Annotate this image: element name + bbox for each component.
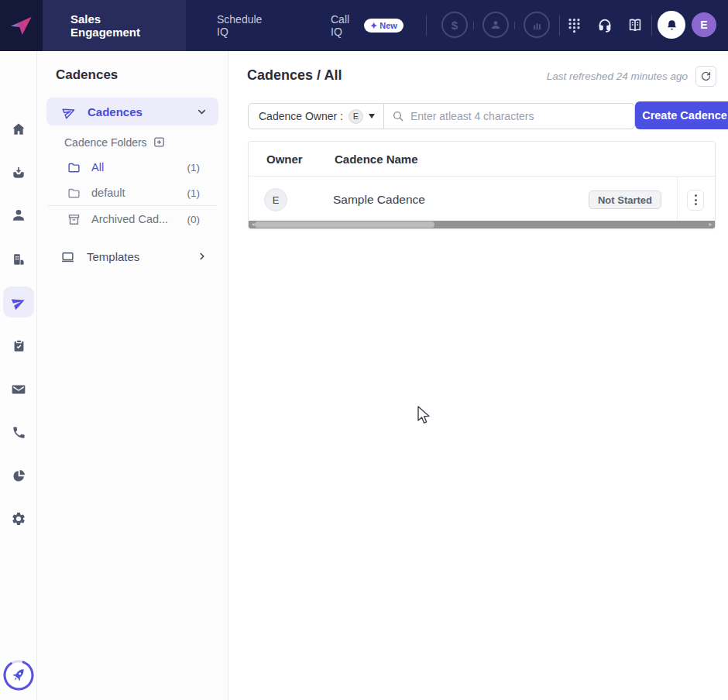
chevron-right-icon bbox=[197, 251, 208, 262]
topbar-mini-divider bbox=[473, 22, 474, 29]
chevron-down-icon bbox=[196, 106, 208, 118]
owner-filter-label: Cadence Owner : bbox=[259, 110, 343, 122]
sidebar-heading: Cadences bbox=[56, 67, 118, 83]
sidebar-item-label: Cadences bbox=[88, 105, 185, 118]
sidebar-separator bbox=[48, 205, 217, 206]
icon-rail: 14 200 bbox=[0, 51, 37, 700]
app-title: Sales Engagement bbox=[70, 12, 156, 39]
notifications-bell-icon[interactable] bbox=[658, 11, 685, 39]
sidebar-item-templates[interactable]: Templates bbox=[46, 242, 218, 270]
row-cadence-name[interactable]: Sample Cadence bbox=[333, 193, 589, 207]
paper-plane-icon bbox=[62, 105, 77, 119]
sidebar-item-cadences[interactable]: Cadences bbox=[46, 98, 218, 125]
table-header: Owner Cadence Name bbox=[249, 142, 715, 177]
folder-count: (1) bbox=[187, 162, 201, 173]
archive-icon bbox=[67, 213, 81, 226]
rail-email-icon[interactable] bbox=[3, 374, 34, 405]
scroll-right-arrow-icon[interactable]: ► bbox=[708, 221, 713, 227]
contacts-icon[interactable] bbox=[482, 12, 509, 38]
app-tab-sales-engagement[interactable]: Sales Engagement bbox=[43, 0, 186, 51]
breadcrumb: Cadences / All bbox=[247, 67, 342, 84]
templates-icon bbox=[60, 249, 75, 264]
last-refreshed-text: Last refreshed 24 minutes ago bbox=[547, 70, 688, 82]
folder-label: Archived Cad... bbox=[91, 213, 177, 225]
rail-reports-icon[interactable] bbox=[3, 460, 34, 491]
templates-label: Templates bbox=[87, 250, 185, 263]
topbar-mini-divider bbox=[514, 22, 515, 29]
search-icon bbox=[392, 110, 404, 122]
rail-settings-gear-icon[interactable] bbox=[3, 503, 34, 534]
cadences-table: Owner Cadence Name E Sample Cadence Not … bbox=[248, 141, 716, 229]
dialpad-icon[interactable] bbox=[563, 15, 585, 36]
folder-label: All bbox=[91, 161, 177, 173]
knowledge-base-icon[interactable] bbox=[624, 15, 646, 36]
cadence-search bbox=[384, 103, 635, 129]
cadence-folders-heading: Cadence Folders bbox=[64, 136, 166, 149]
dollar-glyph: $ bbox=[452, 19, 458, 32]
folder-label: default bbox=[91, 187, 177, 199]
onboarding-rocket-icon[interactable] bbox=[2, 659, 35, 691]
headset-support-icon[interactable] bbox=[594, 15, 616, 36]
sparkle-icon: ✦ bbox=[370, 21, 377, 31]
refresh-icon bbox=[700, 70, 712, 82]
rail-tasks-icon[interactable] bbox=[3, 330, 34, 361]
rail-inbox-icon[interactable] bbox=[3, 157, 34, 188]
owner-filter-avatar: E bbox=[349, 109, 363, 124]
rail-cadences-icon[interactable] bbox=[3, 287, 34, 317]
horizontal-scrollbar[interactable]: ◄ ► bbox=[249, 221, 715, 228]
folder-item-archived[interactable]: Archived Cad... (0) bbox=[46, 207, 218, 232]
analytics-icon[interactable] bbox=[524, 12, 550, 38]
folder-icon bbox=[67, 161, 81, 174]
sidebar: Cadences Cadences Cadence Folders All (1… bbox=[37, 51, 228, 700]
rail-accounts-icon[interactable] bbox=[3, 244, 34, 275]
cadence-folders-label: Cadence Folders bbox=[64, 136, 147, 149]
topbar-divider bbox=[426, 15, 427, 36]
folder-icon bbox=[67, 187, 81, 200]
topbar: Sales Engagement Schedule IQ Call IQ ✦ N… bbox=[0, 0, 728, 51]
folder-count: (1) bbox=[187, 187, 201, 199]
add-folder-icon[interactable] bbox=[153, 136, 166, 149]
new-badge-label: New bbox=[379, 21, 397, 30]
rail-calls-icon[interactable] bbox=[3, 417, 34, 448]
main-content: Cadences / All Last refreshed 24 minutes… bbox=[229, 51, 728, 700]
avatar-initial: E bbox=[700, 19, 707, 31]
folder-count: (0) bbox=[187, 214, 201, 225]
paper-plane-logo-icon bbox=[9, 13, 34, 38]
column-cadence-name: Cadence Name bbox=[335, 153, 418, 166]
nav-call-iq[interactable]: Call IQ bbox=[331, 0, 359, 51]
folder-item-all[interactable]: All (1) bbox=[46, 155, 218, 180]
refresh-button[interactable] bbox=[695, 66, 716, 87]
row-owner-avatar: E bbox=[264, 188, 287, 211]
row-divider bbox=[677, 177, 678, 222]
topbar-divider bbox=[651, 15, 652, 36]
cadence-owner-filter[interactable]: Cadence Owner : E bbox=[248, 103, 384, 129]
folder-item-default[interactable]: default (1) bbox=[46, 180, 218, 205]
rail-home-icon[interactable] bbox=[3, 114, 34, 145]
create-cadence-button[interactable]: Create Cadence bbox=[635, 101, 728, 129]
billing-icon[interactable]: $ bbox=[441, 12, 468, 38]
app-logo[interactable] bbox=[0, 0, 43, 51]
rail-people-icon[interactable] bbox=[3, 200, 34, 231]
search-input[interactable] bbox=[410, 110, 627, 122]
row-actions-kebab-icon[interactable] bbox=[687, 190, 704, 211]
new-badge[interactable]: ✦ New bbox=[364, 19, 403, 33]
user-avatar[interactable]: E bbox=[692, 12, 716, 37]
caret-down-icon bbox=[369, 114, 375, 118]
column-owner: Owner bbox=[266, 153, 335, 166]
nav-schedule-iq[interactable]: Schedule IQ bbox=[217, 0, 276, 51]
scrollbar-thumb[interactable] bbox=[255, 221, 434, 228]
filter-bar: Cadence Owner : E bbox=[248, 103, 635, 129]
table-row[interactable]: E Sample Cadence Not Started bbox=[249, 177, 715, 222]
topbar-divider bbox=[559, 15, 560, 36]
status-badge: Not Started bbox=[589, 190, 661, 209]
